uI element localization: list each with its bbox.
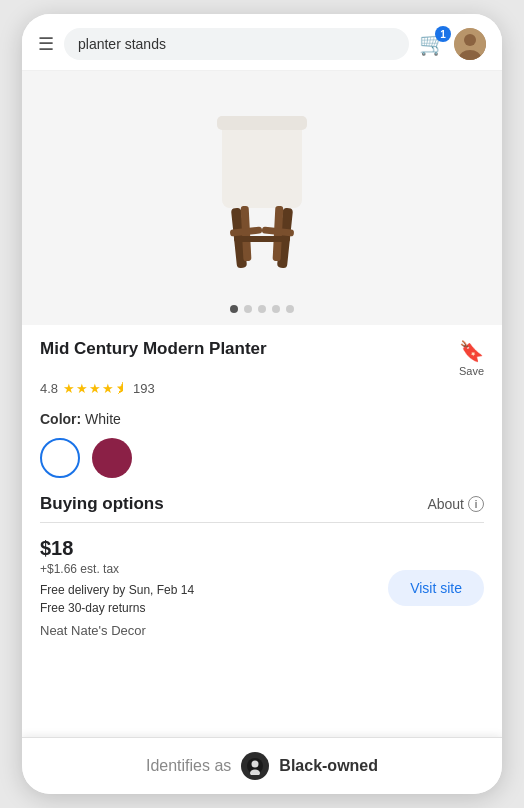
search-input[interactable] xyxy=(64,28,409,60)
product-image-area xyxy=(22,71,502,325)
product-title: Mid Century Modern Planter xyxy=(40,339,449,359)
dot-1 xyxy=(230,305,238,313)
planter-svg xyxy=(162,98,362,293)
header-icons: 🛒 1 xyxy=(419,28,486,60)
tax-note: +$1.66 est. tax xyxy=(40,562,194,576)
swatch-maroon[interactable] xyxy=(92,438,132,478)
about-button[interactable]: About i xyxy=(427,496,484,512)
listing-left: $18 +$1.66 est. tax Free delivery by Sun… xyxy=(40,537,194,638)
star-3: ★ xyxy=(89,381,101,396)
color-value: White xyxy=(85,411,121,427)
dot-4 xyxy=(272,305,280,313)
color-label-text: Color: xyxy=(40,411,81,427)
review-count: 193 xyxy=(133,381,155,396)
delivery-line-1: Free delivery by Sun, Feb 14 xyxy=(40,583,194,597)
listing-item: $18 +$1.66 est. tax Free delivery by Sun… xyxy=(22,523,502,652)
dot-3 xyxy=(258,305,266,313)
svg-rect-3 xyxy=(222,118,302,208)
product-image xyxy=(152,95,372,295)
visit-site-button[interactable]: Visit site xyxy=(388,570,484,606)
star-4: ★ xyxy=(102,381,114,396)
color-label: Color: White xyxy=(40,411,121,427)
rating-number: 4.8 xyxy=(40,381,58,396)
rating-row: 4.8 ★ ★ ★ ★ ⯨ 193 xyxy=(40,381,484,396)
svg-rect-11 xyxy=(234,236,290,242)
buying-options-title: Buying options xyxy=(40,494,164,514)
about-label: About xyxy=(427,496,464,512)
svg-rect-4 xyxy=(217,116,307,130)
price: $18 xyxy=(40,537,194,560)
delivery-info: Free delivery by Sun, Feb 14 Free 30-day… xyxy=(40,581,194,617)
cart-wrapper: 🛒 1 xyxy=(419,31,446,57)
save-label: Save xyxy=(459,365,484,377)
black-owned-icon xyxy=(241,752,269,780)
stars: ★ ★ ★ ★ ⯨ xyxy=(63,381,128,396)
color-section: Color: White xyxy=(22,396,502,478)
delivery-line-2: Free 30-day returns xyxy=(40,601,145,615)
phone-container: ☰ 🛒 1 xyxy=(22,14,502,794)
swatch-white[interactable] xyxy=(40,438,80,478)
avatar[interactable] xyxy=(454,28,486,60)
product-title-row: Mid Century Modern Planter 🔖 Save xyxy=(40,339,484,377)
svg-point-13 xyxy=(252,761,259,768)
cart-badge: 1 xyxy=(435,26,451,42)
about-info-icon: i xyxy=(468,496,484,512)
menu-icon[interactable]: ☰ xyxy=(38,33,54,55)
seller-name: Neat Nate's Decor xyxy=(40,623,194,638)
star-1: ★ xyxy=(63,381,75,396)
save-button[interactable]: 🔖 Save xyxy=(459,339,484,377)
banner-prefix: Identifies as xyxy=(146,757,231,775)
bookmark-icon: 🔖 xyxy=(459,339,484,363)
dot-5 xyxy=(286,305,294,313)
star-5-half: ⯨ xyxy=(115,381,128,396)
star-2: ★ xyxy=(76,381,88,396)
buying-options-header: Buying options About i xyxy=(22,478,502,522)
banner-highlight: Black-owned xyxy=(279,757,378,775)
black-owned-banner: Identifies as Black-owned xyxy=(22,737,502,794)
header: ☰ 🛒 1 xyxy=(22,14,502,71)
product-info: Mid Century Modern Planter 🔖 Save 4.8 ★ … xyxy=(22,325,502,396)
image-dots xyxy=(230,305,294,313)
dot-2 xyxy=(244,305,252,313)
svg-point-1 xyxy=(464,34,476,46)
color-options xyxy=(40,438,484,478)
